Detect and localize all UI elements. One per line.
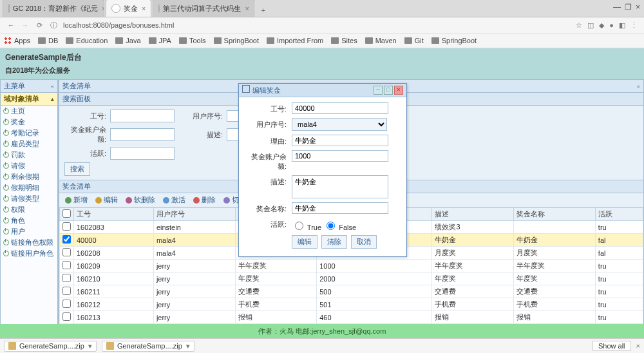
- ext1-icon[interactable]: ◆: [599, 21, 604, 30]
- nav-item[interactable]: 用户: [1, 226, 57, 237]
- dlg-desc-textarea[interactable]: 牛奶金: [292, 175, 388, 198]
- bookmark-item[interactable]: Maven: [365, 37, 397, 44]
- close-tab-icon[interactable]: ×: [142, 5, 146, 12]
- row-checkbox[interactable]: [62, 261, 71, 269]
- row-checkbox[interactable]: [62, 287, 71, 295]
- table-row[interactable]: 160209jerry半年度奖1000半年度奖半年度奖tru: [60, 260, 643, 272]
- url-text[interactable]: localhost:8080/pages/bonuses.html: [63, 21, 573, 29]
- dialog-maximize-icon[interactable]: □: [384, 86, 393, 95]
- search-active-input[interactable]: [110, 147, 175, 160]
- row-checkbox[interactable]: [62, 312, 71, 321]
- dlg-edit-button[interactable]: 编辑: [292, 235, 317, 249]
- nav-item[interactable]: 链接角色权限: [1, 237, 57, 248]
- row-checkbox[interactable]: [62, 248, 71, 256]
- download-item-1[interactable]: GenerateSamp....zip▾: [4, 341, 97, 352]
- dialog-minimize-icon[interactable]: –: [374, 86, 383, 95]
- ext2-icon[interactable]: ●: [609, 21, 614, 29]
- menu-icon[interactable]: ⋮: [630, 21, 638, 30]
- new-tab-button[interactable]: +: [256, 4, 270, 17]
- bookmark-item[interactable]: SpringBoot: [431, 37, 477, 44]
- nav-item[interactable]: 角色: [1, 215, 57, 226]
- browser-tab[interactable]: 第三代动词算子式代码生×: [153, 0, 254, 17]
- dialog-close-icon[interactable]: ×: [394, 86, 403, 95]
- bookmark-item[interactable]: Tools: [179, 37, 206, 44]
- bookmark-item[interactable]: Imported From: [267, 37, 323, 44]
- dlg-userseq-select[interactable]: mala4: [292, 118, 387, 131]
- bookmark-item[interactable]: JPA: [149, 37, 171, 44]
- row-checkbox[interactable]: [62, 274, 71, 282]
- search-workno-input[interactable]: [110, 110, 175, 122]
- dlg-name-input[interactable]: [292, 202, 388, 214]
- grid-column-header[interactable]: 工号: [74, 208, 154, 221]
- reload-icon[interactable]: ⟳: [34, 21, 44, 30]
- toolbar-button-新增[interactable]: 新增: [62, 195, 91, 205]
- bookmark-item[interactable]: SpringBoot: [214, 37, 259, 44]
- dialog-header[interactable]: 编辑奖金 – □ ×: [239, 84, 406, 97]
- search-button[interactable]: 搜索: [64, 162, 90, 176]
- grid-column-header[interactable]: 用户序号: [153, 208, 235, 221]
- os-close[interactable]: ×: [636, 3, 640, 12]
- forward-icon[interactable]: →: [20, 21, 30, 29]
- nav-item[interactable]: 剩余假期: [1, 171, 57, 182]
- close-tab-icon[interactable]: ×: [245, 5, 249, 12]
- nav-item[interactable]: 假期明细: [1, 182, 57, 193]
- dlg-balance-input[interactable]: [292, 150, 388, 162]
- grid-column-header[interactable]: 描述: [432, 208, 514, 221]
- toolbar-button-激活[interactable]: 激活: [160, 195, 189, 205]
- grid-column-header[interactable]: 奖金名称: [514, 208, 596, 221]
- nav-item[interactable]: 主页: [1, 106, 57, 117]
- back-icon[interactable]: ←: [6, 21, 16, 29]
- ext3-icon[interactable]: ◧: [619, 21, 625, 30]
- row-checkbox[interactable]: [62, 300, 71, 308]
- nav-item[interactable]: 雇员类型: [1, 138, 57, 149]
- os-maximize[interactable]: ❐: [625, 3, 632, 12]
- nav-item[interactable]: 考勤记录: [1, 128, 57, 138]
- info-icon[interactable]: ⓘ: [48, 21, 59, 30]
- search-balance-input[interactable]: [110, 128, 175, 141]
- grid-column-header[interactable]: 活跃: [595, 208, 643, 221]
- bookmark-item[interactable]: Apps: [4, 37, 30, 44]
- download-item-2[interactable]: GenerateSamp....zip▾: [102, 341, 194, 352]
- row-checkbox[interactable]: [62, 222, 71, 231]
- collapse-icon[interactable]: «: [51, 83, 54, 90]
- dlg-radio-true[interactable]: [295, 222, 303, 230]
- bookmark-item[interactable]: Git: [404, 37, 424, 44]
- toolbar-button-删除[interactable]: 删除: [190, 195, 219, 205]
- select-all-checkbox[interactable]: [62, 209, 71, 218]
- nav-item[interactable]: 请假: [1, 160, 57, 171]
- bookmark-item[interactable]: Sites: [331, 37, 357, 44]
- dlg-radio-false[interactable]: [327, 222, 335, 230]
- nav-category[interactable]: 域对象清单 ▴: [1, 93, 57, 106]
- table-row[interactable]: 160213jerry报销460报销报销tru: [60, 311, 643, 324]
- nav-item[interactable]: 链接用户角色: [1, 248, 57, 259]
- nav-item[interactable]: 罚款: [1, 149, 57, 160]
- table-row[interactable]: 160210jerry年度奖2000年度奖年度奖tru: [60, 272, 643, 285]
- dlg-reason-input[interactable]: [292, 135, 388, 146]
- gift-icon[interactable]: ◫: [587, 21, 594, 30]
- toolbar-button-软删除[interactable]: 软删除: [122, 195, 158, 205]
- row-checkbox[interactable]: [62, 235, 71, 243]
- close-downloads-icon[interactable]: ×: [636, 342, 640, 350]
- star-icon[interactable]: ☆: [576, 21, 582, 30]
- dlg-cancel-button[interactable]: 取消: [351, 235, 377, 249]
- nav-item[interactable]: 请假类型: [1, 193, 57, 204]
- table-row[interactable]: 160212jerry手机费501手机费手机费tru: [60, 298, 643, 311]
- panel-collapse-icon[interactable]: »: [637, 83, 640, 90]
- close-tab-icon[interactable]: ×: [102, 5, 104, 12]
- browser-tab[interactable]: 奖金×: [106, 0, 151, 17]
- toolbar-button-编辑[interactable]: 编辑: [92, 195, 121, 205]
- bookmark-item[interactable]: DB: [38, 37, 58, 44]
- nav-item[interactable]: 权限: [1, 204, 57, 215]
- bookmark-item[interactable]: Java: [115, 37, 140, 44]
- table-row[interactable]: 160211jerry交通费500交通费交通费tru: [60, 285, 643, 298]
- bookmark-item[interactable]: Education: [66, 37, 108, 44]
- dlg-clear-button[interactable]: 清除: [321, 235, 347, 249]
- browser-tab[interactable]: GC 2018：育碧新作《纪元×: [3, 0, 104, 17]
- chevron-down-icon[interactable]: ▾: [186, 342, 190, 350]
- show-all-downloads[interactable]: Show all: [592, 341, 631, 351]
- nav-item[interactable]: 奖金: [1, 117, 57, 128]
- category-collapse-icon[interactable]: ▴: [51, 96, 54, 102]
- chevron-down-icon[interactable]: ▾: [88, 342, 92, 350]
- os-minimize[interactable]: —: [613, 3, 621, 12]
- dlg-workno-input[interactable]: [292, 102, 388, 114]
